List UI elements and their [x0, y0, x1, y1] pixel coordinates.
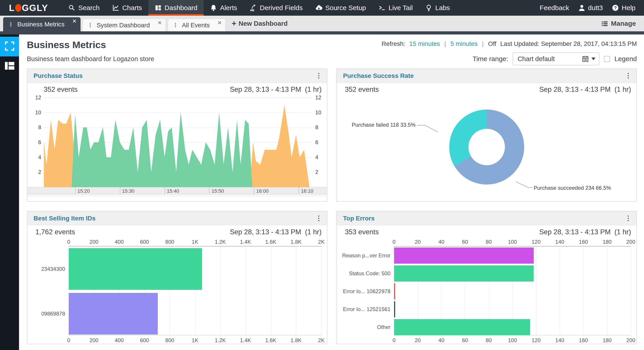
x-tick-label: 600 — [140, 239, 149, 245]
manage-button[interactable]: Manage — [601, 16, 636, 31]
panel-title: Purchase Success Rate — [343, 72, 414, 80]
labs-icon — [425, 4, 432, 12]
nav-item-derived-fields[interactable]: Derived Fields — [244, 0, 309, 16]
drag-handle-icon[interactable]: ⋮ — [8, 21, 14, 28]
y-tick-label: 12 — [35, 94, 41, 101]
nav-items: SearchChartsDashboardAlertsDerived Field… — [62, 0, 456, 16]
panels-grid: Purchase Status 352 events Sep 28, 3:13 … — [27, 68, 637, 344]
layout-button[interactable] — [0, 56, 19, 76]
tab-business-metrics[interactable]: ⋮Business Metrics✕ — [3, 17, 80, 31]
help-menu[interactable]: ? Help — [612, 4, 636, 12]
x-axis-band[interactable]: 15:2015:3015:4015:5016:0016:10 — [27, 187, 327, 194]
x-tick-label: 600 — [140, 337, 149, 344]
manage-list-icon — [601, 20, 608, 27]
tab-system-dashboard[interactable]: ⋮System Dashboard✕ — [82, 19, 166, 31]
bar-reason-p-ver-error[interactable] — [394, 248, 534, 264]
feedback-link[interactable]: Feedback — [540, 4, 569, 12]
refresh-off-option[interactable]: Off — [488, 40, 496, 47]
user-menu[interactable]: dutt3 — [578, 4, 603, 12]
x-axis-bottom: 020406080100120140160180200 — [394, 336, 631, 343]
y-tick-label: 2 — [315, 169, 318, 175]
category-label: 09869878 — [41, 310, 65, 317]
kebab-menu-icon[interactable] — [317, 72, 321, 80]
new-dashboard-button[interactable]: + New Dashboard — [232, 20, 288, 27]
panel-title: Top Errors — [343, 215, 374, 222]
user-icon — [578, 4, 585, 12]
x-tick-label: 15:40 — [167, 188, 179, 194]
legend-checkbox[interactable] — [604, 56, 610, 62]
x-tick-label: 180 — [602, 337, 612, 344]
kebab-menu-icon[interactable] — [317, 214, 321, 222]
separator: | — [444, 40, 446, 47]
kebab-menu-icon[interactable] — [626, 214, 630, 222]
tab-all-events[interactable]: ⋮All Events✕ — [168, 19, 226, 31]
bar-row: Status Code: 500 — [394, 264, 631, 282]
y-tick-label: 6 — [315, 139, 318, 146]
panel-title: Purchase Status — [34, 72, 82, 80]
close-icon[interactable]: ✕ — [217, 20, 222, 26]
x-tick-label: 100 — [508, 239, 517, 245]
panel-title: Best Selling Item IDs — [34, 215, 96, 222]
dashboard-controls: Refresh: 15 minutes | 5 minutes | Off La… — [382, 40, 637, 65]
series-green[interactable] — [72, 112, 252, 187]
nav-item-search[interactable]: Search — [62, 0, 106, 16]
close-icon[interactable]: ✕ — [158, 20, 162, 26]
charts-icon — [112, 4, 119, 12]
hbar-chart: 02004006008001K1.2K1.4K1.6K1.8K2K 234343… — [27, 238, 327, 343]
nav-item-label: Source Setup — [325, 4, 366, 12]
x-tick-label: 120 — [532, 337, 540, 344]
y-tick-label: 6 — [38, 139, 41, 146]
bar-23434300[interactable] — [69, 248, 202, 290]
nav-item-source-setup[interactable]: Source Setup — [309, 0, 372, 16]
y-axis-left: 24681012 — [27, 98, 44, 187]
y-tick-label: 12 — [315, 94, 321, 101]
x-tick-label: 20 — [415, 337, 421, 344]
donut-annotation-failed: Purchase failed 118 33.5% — [337, 122, 416, 128]
nav-item-labs[interactable]: Labs — [419, 0, 456, 16]
bar-row: Reason p...ver Error — [394, 246, 631, 264]
y-axis-right: 24681012 — [312, 98, 327, 187]
time-range-select[interactable]: Chart default — [513, 52, 600, 65]
nav-item-charts[interactable]: Charts — [106, 0, 148, 16]
x-tick-label: 180 — [602, 239, 612, 245]
bar-09869878[interactable] — [69, 293, 158, 334]
x-tick-label: 200 — [90, 239, 98, 245]
fullscreen-button[interactable] — [0, 37, 19, 56]
donut-slice-purchase-failed[interactable] — [449, 110, 486, 166]
nav-item-live-tail[interactable]: Live Tail — [372, 0, 419, 16]
donut-chart: Purchase failed 118 33.5%Purchase succee… — [337, 94, 636, 201]
x-tick-label: 1.2K — [215, 337, 226, 344]
drag-handle-icon[interactable]: ⋮ — [87, 22, 93, 29]
refresh-5-link[interactable]: 5 minutes — [450, 40, 478, 47]
legend-label: Legend — [614, 55, 637, 63]
panel-best-selling-item-ids: Best Selling Item IDs 1,762 events Sep 2… — [27, 211, 327, 344]
time-range-label: Time range: — [472, 55, 508, 63]
search-icon — [68, 4, 76, 12]
panel-header: Top Errors — [337, 212, 636, 225]
kebab-menu-icon[interactable] — [626, 72, 630, 80]
manage-label: Manage — [611, 20, 636, 27]
close-icon[interactable]: ✕ — [72, 18, 77, 24]
nav-item-dashboard[interactable]: Dashboard — [148, 0, 204, 16]
bar-error-lo-12521561[interactable] — [394, 301, 395, 317]
chevron-down-icon — [592, 58, 596, 60]
plot-area[interactable] — [44, 98, 312, 187]
new-dashboard-label: New Dashboard — [238, 20, 288, 27]
x-tick — [254, 187, 254, 194]
drag-handle-icon[interactable]: ⋮ — [172, 22, 178, 29]
y-tick-label: 8 — [315, 124, 318, 130]
nav-item-alerts[interactable]: Alerts — [204, 0, 244, 16]
y-tick-label: 2 — [38, 169, 41, 175]
dashboard-main: Business Metrics Business team dashboard… — [19, 34, 644, 350]
refresh-15-link[interactable]: 15 minutes — [409, 40, 440, 47]
x-tick-label: 0 — [392, 337, 396, 344]
x-tick-label: 80 — [486, 239, 492, 245]
panel-purchase-success-rate: Purchase Success Rate 352 events Sep 28,… — [336, 68, 637, 202]
x-tick-label: 40 — [438, 337, 444, 344]
loggly-logo[interactable]: LGGLY — [9, 0, 48, 16]
bar-other[interactable] — [394, 319, 530, 335]
bar-status-code-500[interactable] — [394, 266, 534, 282]
y-tick-label: 4 — [315, 154, 318, 160]
bar-error-lo-10622978[interactable] — [394, 283, 395, 300]
username-label: dutt3 — [588, 4, 603, 12]
